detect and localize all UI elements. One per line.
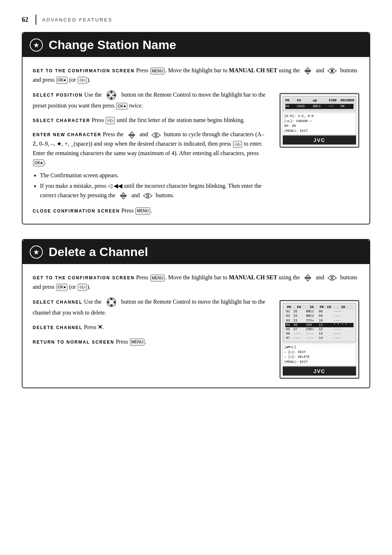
- tv-legend-item-2: [◁▷]: CURSOR ↔: [284, 119, 355, 124]
- cursor-step-icon: ⊹▷: [106, 117, 115, 124]
- tv-col-fine: +/–: [329, 105, 339, 108]
- select-channel-text: SELECT CHANNEL Use the button on the Rem…: [33, 296, 269, 317]
- tv-col-ch: CH45: [297, 105, 311, 108]
- section1-title: Change Station Name: [49, 38, 176, 52]
- tv-data-row: 06 CH45 BBC1 +/– ON: [285, 104, 354, 109]
- get-to-screen-label: GET TO THE CONFIRMATION SCREEN: [33, 68, 135, 73]
- section1-header: ★ Change Station Name: [23, 33, 369, 57]
- svg-point-19: [131, 134, 133, 136]
- table-row: 0323ITV◂ 10----: [285, 318, 354, 323]
- section2-header: ★ Delete a Channel: [23, 240, 369, 264]
- svg-text:▼: ▼: [110, 96, 112, 98]
- svg-text:◀: ◀: [109, 94, 110, 96]
- col-hdr-id-l: ID: [305, 305, 318, 309]
- star-icon: ★: [30, 39, 43, 52]
- col-hdr-pr-r: PR: [318, 305, 325, 309]
- jvc-logo-1: JVC: [283, 135, 356, 145]
- delete-channel-text: DELETE CHANNEL Press ✕.: [33, 323, 269, 332]
- svg-point-25: [122, 195, 124, 197]
- select-character-label: SELECT CHARACTER: [33, 118, 90, 123]
- section2-main-area: SELECT CHANNEL Use the button on the Rem…: [33, 296, 359, 379]
- section2-text-column: SELECT CHANNEL Use the button on the Rem…: [33, 296, 269, 379]
- col-hdr-ch-r: CH: [326, 305, 333, 309]
- bullet-item-1: The Confirmation screen appears.: [40, 171, 269, 180]
- enter-new-character-label: ENTER NEW CHARACTER: [33, 132, 101, 137]
- close-confirmation-block: CLOSE CONFIRMATION SCREEN Press MENU.: [33, 206, 269, 215]
- tv-legend-del-2: → [▷]: EDIT: [284, 350, 355, 355]
- tv-legend-2: [▲▼◁▷] → [▷]: EDIT → [✕]: DELETE (MENU):…: [283, 344, 356, 366]
- section1-screen-mockup: PR CH ⊡D FINE DECODER 06 CH45 BBC1 +/–: [279, 89, 359, 215]
- return-normal-text: RETURN TO NORMAL SCREEN Press MENU.: [33, 337, 269, 347]
- leftright-icon-3: [327, 274, 337, 282]
- cursor-right-2-icon: ⊹▷: [78, 284, 87, 291]
- table-row: 0537CH5≈ 12----: [285, 327, 354, 332]
- tv-legend-del-1: [▲▼◁▷]: [284, 345, 355, 350]
- tv-wrapper-2: PR CH ID PR CH ID: [279, 296, 359, 379]
- tv-col-ch-hdr: CH: [297, 99, 311, 103]
- tv-screen-1: PR CH ⊡D FINE DECODER 06 CH45 BBC1 +/–: [279, 93, 359, 148]
- table-row-selected: 0430CH4 11* * * *: [285, 323, 354, 327]
- section2-screen-mockup: PR CH ID PR CH ID: [279, 296, 359, 379]
- select-channel-label: SELECT CHANNEL: [33, 300, 82, 305]
- get-to-screen-text-2: GET TO THE CONFIRMATION SCREEN Press MEN…: [33, 273, 359, 291]
- get-to-screen-block-2: GET TO THE CONFIRMATION SCREEN Press MEN…: [33, 273, 359, 291]
- jvc-logo-2: JVC: [283, 366, 356, 376]
- section1-content: GET TO THE CONFIRMATION SCREEN Press MEN…: [23, 57, 369, 224]
- table-row: 07-------- 14----: [285, 336, 354, 340]
- tv-col-dec-hdr: DECODER: [340, 99, 354, 103]
- ok-button-2-icon: OK●: [116, 103, 127, 110]
- tv-screen-2: PR CH ID PR CH ID: [279, 300, 359, 379]
- select-character-block: SELECT CHARACTER Press ⊹▷ until the firs…: [33, 116, 269, 125]
- cursor-right-icon: ⊹▷: [78, 77, 87, 84]
- select-position-block: SELECT POSITION Use the ▲ ◀ ▶ ▼: [33, 89, 269, 110]
- table-row: 0126BBC1 08----: [285, 309, 354, 314]
- tv-legend-item-3: OK: OK: [284, 124, 355, 129]
- tv-col-id-hdr: ⊡D: [313, 99, 327, 103]
- menu-button-icon: MENU: [150, 68, 165, 75]
- return-normal-label: RETURN TO NORMAL SCREEN: [33, 340, 114, 345]
- table-row: 0233BBC2 09----: [285, 314, 354, 318]
- delete-channel-label: DELETE CHANNEL: [33, 325, 82, 330]
- tv-col-dec: ON: [340, 105, 351, 108]
- tv-inner-1: PR CH ⊡D FINE DECODER 06 CH45 BBC1 +/–: [283, 96, 356, 111]
- select-position-label: SELECT POSITION: [33, 93, 83, 98]
- close-confirmation-text: CLOSE CONFIRMATION SCREEN Press MENU.: [33, 206, 269, 215]
- menu-button-3-icon: MENU: [150, 275, 165, 282]
- tv-col-id: BBC1: [313, 105, 327, 108]
- col-hdr-pr-l: PR: [285, 305, 293, 309]
- updown-arrow-icon: [303, 67, 313, 75]
- svg-text:▶: ▶: [112, 94, 114, 96]
- select-character-text: SELECT CHARACTER Press ⊹▷ until the firs…: [33, 116, 269, 125]
- tv-col-pr-hdr: PR: [285, 99, 295, 103]
- tv-legend-item-4: (MENU): EXIT: [284, 129, 355, 134]
- get-to-screen-label-2: GET TO THE CONFIRMATION SCREEN: [33, 275, 135, 280]
- enter-new-character-block: ENTER NEW CHARACTER Press the and: [33, 130, 269, 167]
- step-enter-icon: ⊹▷: [233, 141, 242, 148]
- tv-inner-2: PR CH ID PR CH ID: [283, 303, 356, 342]
- tv-legend-item-1: [0–9]: A–Z, 0–9: [284, 114, 355, 119]
- ok-button-4-icon: OK●: [56, 284, 68, 291]
- tv-legend-del-3: → [✕]: DELETE: [284, 355, 355, 360]
- section-label: ADVANCED FEATURES: [42, 17, 113, 23]
- svg-point-31: [307, 277, 309, 279]
- menu-button-2-icon: MENU: [135, 207, 150, 215]
- star-icon-2: ★: [30, 246, 43, 259]
- leftright-icon-2: [151, 131, 161, 139]
- channel-table: PR CH ID PR CH ID: [285, 305, 354, 340]
- delete-channel-section: ★ Delete a Channel GET TO THE CONFIRMATI…: [22, 239, 370, 388]
- tv-wrapper-1: PR CH ⊡D FINE DECODER 06 CH45 BBC1 +/–: [279, 89, 359, 148]
- updown-icon-3: [303, 274, 313, 282]
- ok-button-icon: OK●: [56, 77, 68, 84]
- updown-icon-2: [127, 131, 137, 139]
- tv-col-pr: 06: [285, 105, 295, 108]
- get-to-screen-text: GET TO THE CONFIRMATION SCREEN Press MEN…: [33, 66, 359, 84]
- bullet-item-2: If you make a mistake, press ◁ ◀◀ until …: [40, 181, 269, 200]
- tv-header-row: PR CH ⊡D FINE DECODER: [285, 98, 354, 104]
- select-position-text: SELECT POSITION Use the ▲ ◀ ▶ ▼: [33, 89, 269, 110]
- change-station-name-section: ★ Change Station Name GET TO THE CONFIRM…: [22, 32, 370, 224]
- section2-content: GET TO THE CONFIRMATION SCREEN Press MEN…: [23, 264, 369, 388]
- section1-text-column: SELECT POSITION Use the ▲ ◀ ▶ ▼: [33, 89, 269, 215]
- page-number: 62: [22, 16, 28, 24]
- tv-legend-del-4: (MENU): EXIT: [284, 360, 355, 365]
- enter-new-character-text: ENTER NEW CHARACTER Press the and: [33, 130, 269, 167]
